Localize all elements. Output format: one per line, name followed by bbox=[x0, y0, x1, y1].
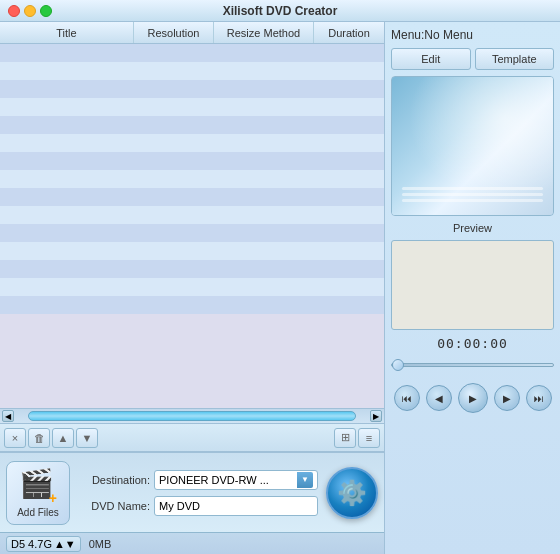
scroll-left-arrow[interactable]: ◀ bbox=[2, 410, 14, 422]
playback-slider[interactable] bbox=[391, 357, 554, 373]
table-header: Title Resolution Resize Method Duration bbox=[0, 22, 384, 44]
next-button[interactable]: ▶ bbox=[494, 385, 520, 411]
grid-view-button[interactable]: ⊞ bbox=[334, 428, 356, 448]
move-down-button[interactable]: ▼ bbox=[76, 428, 98, 448]
titlebar: Xilisoft DVD Creator bbox=[0, 0, 560, 22]
status-bar: D5 4.7G ▲▼ 0MB bbox=[0, 532, 384, 554]
delete-button[interactable]: × bbox=[4, 428, 26, 448]
preview-thumbnail bbox=[391, 76, 554, 216]
disc-type-label: D5 4.7G bbox=[11, 538, 52, 550]
dvdname-label: DVD Name: bbox=[78, 500, 150, 512]
dvdname-row: DVD Name: My DVD bbox=[78, 496, 318, 516]
skip-back-button[interactable]: ⏮ bbox=[394, 385, 420, 411]
col-duration: Duration bbox=[314, 22, 384, 43]
disc-type-arrow: ▲▼ bbox=[54, 538, 76, 550]
toolbar-right: ⊞ ≡ bbox=[334, 428, 380, 448]
destination-input[interactable]: PIONEER DVD-RW ... ▼ bbox=[154, 470, 318, 490]
dvdname-value: My DVD bbox=[159, 500, 200, 512]
time-display: 00:00:00 bbox=[391, 336, 554, 351]
table-row bbox=[0, 80, 384, 98]
destination-label: Destination: bbox=[78, 474, 150, 486]
dvdname-input[interactable]: My DVD bbox=[154, 496, 318, 516]
template-button[interactable]: Template bbox=[475, 48, 555, 70]
playback-controls: ⏮ ◀ ▶ ▶ ⏭ bbox=[391, 383, 554, 413]
toolbar: × 🗑 ▲ ▼ ⊞ ≡ bbox=[0, 424, 384, 452]
add-files-icon: 🎬 + bbox=[19, 467, 57, 505]
burn-button[interactable]: ⚙️ bbox=[326, 467, 378, 519]
prev-button[interactable]: ◀ bbox=[426, 385, 452, 411]
table-row bbox=[0, 98, 384, 116]
burn-icon: ⚙️ bbox=[337, 479, 367, 507]
destination-row: Destination: PIONEER DVD-RW ... ▼ bbox=[78, 470, 318, 490]
scrollbar-area[interactable]: ◀ ▶ bbox=[0, 408, 384, 424]
col-resize: Resize Method bbox=[214, 22, 314, 43]
col-resolution: Resolution bbox=[134, 22, 214, 43]
slider-track bbox=[391, 363, 554, 367]
edit-template-row: Edit Template bbox=[391, 48, 554, 70]
close-button[interactable] bbox=[8, 5, 20, 17]
destination-value: PIONEER DVD-RW ... bbox=[159, 474, 269, 486]
slider-thumb[interactable] bbox=[392, 359, 404, 371]
row-cell bbox=[314, 44, 384, 61]
disc-type[interactable]: D5 4.7G ▲▼ bbox=[6, 536, 81, 552]
plus-icon: + bbox=[49, 491, 57, 505]
row-cell bbox=[214, 44, 314, 61]
scrollbar-track[interactable] bbox=[28, 411, 356, 421]
menu-label: Menu:No Menu bbox=[391, 28, 554, 42]
edit-button[interactable]: Edit bbox=[391, 48, 471, 70]
table-row bbox=[0, 152, 384, 170]
maximize-button[interactable] bbox=[40, 5, 52, 17]
table-row bbox=[0, 170, 384, 188]
destination-dropdown-arrow[interactable]: ▼ bbox=[297, 472, 313, 488]
list-view-button[interactable]: ≡ bbox=[358, 428, 380, 448]
table-row bbox=[0, 62, 384, 80]
file-list bbox=[0, 44, 384, 408]
table-row bbox=[0, 296, 384, 314]
table-row bbox=[0, 278, 384, 296]
add-files-label: Add Files bbox=[17, 507, 59, 518]
minimize-button[interactable] bbox=[24, 5, 36, 17]
main-container: Title Resolution Resize Method Duration bbox=[0, 22, 560, 554]
scroll-right-arrow[interactable]: ▶ bbox=[370, 410, 382, 422]
preview-box bbox=[391, 240, 554, 330]
play-button[interactable]: ▶ bbox=[458, 383, 488, 413]
table-row bbox=[0, 224, 384, 242]
table-row bbox=[0, 134, 384, 152]
col-title: Title bbox=[0, 22, 134, 43]
table-row bbox=[0, 242, 384, 260]
row-cell bbox=[134, 44, 214, 61]
table-row bbox=[0, 116, 384, 134]
trash-button[interactable]: 🗑 bbox=[28, 428, 50, 448]
thumbnail-lines bbox=[402, 187, 543, 205]
status-size: 0MB bbox=[89, 538, 112, 550]
table-row bbox=[0, 188, 384, 206]
preview-label: Preview bbox=[391, 222, 554, 234]
window-controls bbox=[8, 5, 52, 17]
window-title: Xilisoft DVD Creator bbox=[223, 4, 338, 18]
row-cell bbox=[0, 44, 134, 61]
bottom-section: 🎬 + Add Files Destination: PIONEER DVD-R… bbox=[0, 452, 384, 532]
table-row bbox=[0, 206, 384, 224]
fields-area: Destination: PIONEER DVD-RW ... ▼ DVD Na… bbox=[78, 470, 318, 516]
table-row bbox=[0, 44, 384, 62]
add-files-button[interactable]: 🎬 + Add Files bbox=[6, 461, 70, 525]
skip-forward-button[interactable]: ⏭ bbox=[526, 385, 552, 411]
left-panel: Title Resolution Resize Method Duration bbox=[0, 22, 385, 554]
right-panel: Menu:No Menu Edit Template Preview 00:00… bbox=[385, 22, 560, 554]
toolbar-left: × 🗑 ▲ ▼ bbox=[4, 428, 98, 448]
move-up-button[interactable]: ▲ bbox=[52, 428, 74, 448]
table-row bbox=[0, 260, 384, 278]
